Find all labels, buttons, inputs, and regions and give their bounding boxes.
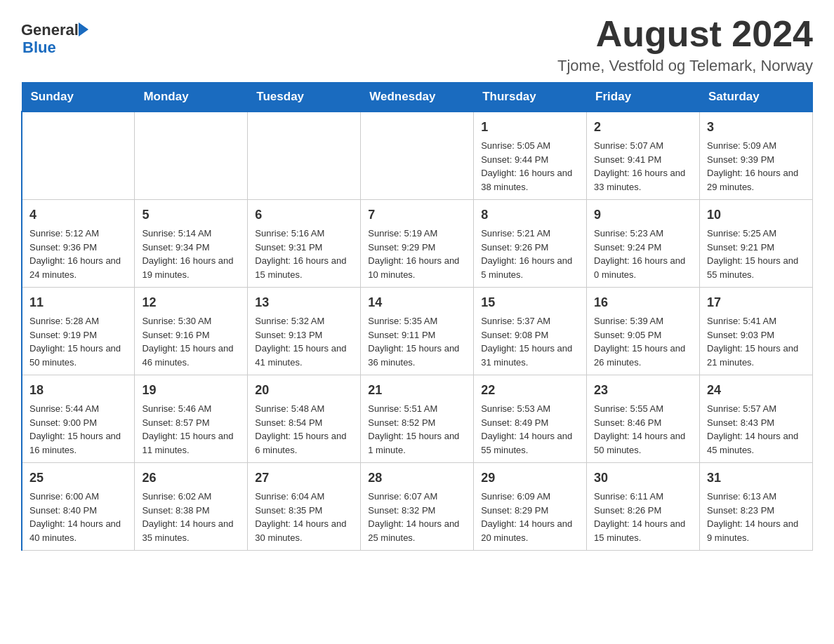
- day-info: Sunrise: 5:41 AMSunset: 9:03 PMDaylight:…: [707, 314, 805, 369]
- day-number: 31: [707, 469, 805, 488]
- calendar-cell: 18Sunrise: 5:44 AMSunset: 9:00 PMDayligh…: [22, 375, 135, 463]
- page-header: General Blue August 2024 Tjome, Vestfold…: [21, 14, 813, 75]
- calendar-cell: 7Sunrise: 5:19 AMSunset: 9:29 PMDaylight…: [361, 200, 474, 288]
- day-number: 10: [707, 206, 805, 224]
- day-info: Sunrise: 5:35 AMSunset: 9:11 PMDaylight:…: [368, 314, 466, 369]
- calendar-cell: 27Sunrise: 6:04 AMSunset: 8:35 PMDayligh…: [248, 463, 361, 551]
- calendar-cell: 28Sunrise: 6:07 AMSunset: 8:32 PMDayligh…: [361, 463, 474, 551]
- day-info: Sunrise: 5:37 AMSunset: 9:08 PMDaylight:…: [481, 314, 579, 369]
- calendar-cell: 25Sunrise: 6:00 AMSunset: 8:40 PMDayligh…: [22, 463, 135, 551]
- calendar-cell: 4Sunrise: 5:12 AMSunset: 9:36 PMDaylight…: [22, 200, 135, 288]
- day-number: 14: [368, 293, 466, 312]
- calendar-cell: 8Sunrise: 5:21 AMSunset: 9:26 PMDaylight…: [474, 200, 587, 288]
- day-info: Sunrise: 6:00 AMSunset: 8:40 PMDaylight:…: [29, 490, 127, 544]
- day-number: 15: [481, 293, 579, 312]
- day-info: Sunrise: 6:04 AMSunset: 8:35 PMDaylight:…: [255, 490, 353, 544]
- title-area: August 2024 Tjome, Vestfold og Telemark,…: [557, 14, 813, 75]
- location-title: Tjome, Vestfold og Telemark, Norway: [557, 57, 813, 75]
- day-number: 19: [142, 381, 240, 400]
- calendar-cell: 11Sunrise: 5:28 AMSunset: 9:19 PMDayligh…: [22, 288, 135, 375]
- day-number: 13: [255, 293, 353, 312]
- week-row-3: 11Sunrise: 5:28 AMSunset: 9:19 PMDayligh…: [22, 288, 813, 375]
- day-number: 2: [594, 118, 692, 137]
- calendar-cell: 17Sunrise: 5:41 AMSunset: 9:03 PMDayligh…: [700, 288, 813, 375]
- day-info: Sunrise: 5:51 AMSunset: 8:52 PMDaylight:…: [368, 402, 466, 457]
- calendar-cell: 15Sunrise: 5:37 AMSunset: 9:08 PMDayligh…: [474, 288, 587, 375]
- calendar-cell: 5Sunrise: 5:14 AMSunset: 9:34 PMDaylight…: [135, 200, 248, 288]
- calendar-cell: 6Sunrise: 5:16 AMSunset: 9:31 PMDaylight…: [248, 200, 361, 288]
- day-number: 11: [29, 293, 127, 312]
- col-monday: Monday: [135, 83, 248, 112]
- calendar-cell: 3Sunrise: 5:09 AMSunset: 9:39 PMDaylight…: [700, 112, 813, 200]
- day-info: Sunrise: 5:25 AMSunset: 9:21 PMDaylight:…: [707, 227, 805, 281]
- calendar-cell: 16Sunrise: 5:39 AMSunset: 9:05 PMDayligh…: [587, 288, 700, 375]
- calendar-cell: 2Sunrise: 5:07 AMSunset: 9:41 PMDaylight…: [587, 112, 700, 200]
- day-number: 1: [481, 118, 579, 137]
- calendar-cell: 24Sunrise: 5:57 AMSunset: 8:43 PMDayligh…: [700, 375, 813, 463]
- day-number: 9: [594, 206, 692, 224]
- calendar-cell: 21Sunrise: 5:51 AMSunset: 8:52 PMDayligh…: [361, 375, 474, 463]
- day-number: 4: [29, 206, 127, 224]
- calendar-cell: 26Sunrise: 6:02 AMSunset: 8:38 PMDayligh…: [135, 463, 248, 551]
- week-row-1: 1Sunrise: 5:05 AMSunset: 9:44 PMDaylight…: [22, 112, 813, 200]
- day-info: Sunrise: 5:39 AMSunset: 9:05 PMDaylight:…: [594, 314, 692, 369]
- calendar-cell: 22Sunrise: 5:53 AMSunset: 8:49 PMDayligh…: [474, 375, 587, 463]
- week-row-4: 18Sunrise: 5:44 AMSunset: 9:00 PMDayligh…: [22, 375, 813, 463]
- calendar-cell: 10Sunrise: 5:25 AMSunset: 9:21 PMDayligh…: [700, 200, 813, 288]
- day-number: 17: [707, 293, 805, 312]
- day-info: Sunrise: 5:07 AMSunset: 9:41 PMDaylight:…: [594, 139, 692, 194]
- calendar-table: Sunday Monday Tuesday Wednesday Thursday…: [21, 82, 813, 551]
- day-info: Sunrise: 5:19 AMSunset: 9:29 PMDaylight:…: [368, 227, 466, 281]
- day-number: 27: [255, 469, 353, 488]
- day-info: Sunrise: 5:55 AMSunset: 8:46 PMDaylight:…: [594, 402, 692, 457]
- col-tuesday: Tuesday: [248, 83, 361, 112]
- day-number: 21: [368, 381, 466, 400]
- day-number: 23: [594, 381, 692, 400]
- logo-general-text: General: [21, 21, 79, 39]
- logo-blue-text: Blue: [22, 39, 88, 56]
- day-number: 3: [707, 118, 805, 137]
- day-info: Sunrise: 5:30 AMSunset: 9:16 PMDaylight:…: [142, 314, 240, 369]
- calendar-cell: [22, 112, 135, 200]
- day-info: Sunrise: 6:02 AMSunset: 8:38 PMDaylight:…: [142, 490, 240, 544]
- day-number: 24: [707, 381, 805, 400]
- calendar-body: 1Sunrise: 5:05 AMSunset: 9:44 PMDaylight…: [22, 112, 813, 551]
- day-info: Sunrise: 5:28 AMSunset: 9:19 PMDaylight:…: [29, 314, 127, 369]
- day-number: 22: [481, 381, 579, 400]
- day-info: Sunrise: 6:09 AMSunset: 8:29 PMDaylight:…: [481, 490, 579, 544]
- col-saturday: Saturday: [700, 83, 813, 112]
- day-number: 5: [142, 206, 240, 224]
- logo-arrow-icon: [79, 22, 88, 36]
- calendar-cell: 12Sunrise: 5:30 AMSunset: 9:16 PMDayligh…: [135, 288, 248, 375]
- day-info: Sunrise: 5:12 AMSunset: 9:36 PMDaylight:…: [29, 227, 127, 281]
- calendar-cell: 14Sunrise: 5:35 AMSunset: 9:11 PMDayligh…: [361, 288, 474, 375]
- day-number: 12: [142, 293, 240, 312]
- week-row-5: 25Sunrise: 6:00 AMSunset: 8:40 PMDayligh…: [22, 463, 813, 551]
- day-number: 7: [368, 206, 466, 224]
- calendar-cell: 9Sunrise: 5:23 AMSunset: 9:24 PMDaylight…: [587, 200, 700, 288]
- day-info: Sunrise: 5:21 AMSunset: 9:26 PMDaylight:…: [481, 227, 579, 281]
- col-sunday: Sunday: [22, 83, 135, 112]
- calendar-cell: [135, 112, 248, 200]
- header-row: Sunday Monday Tuesday Wednesday Thursday…: [22, 83, 813, 112]
- calendar-cell: 29Sunrise: 6:09 AMSunset: 8:29 PMDayligh…: [474, 463, 587, 551]
- day-info: Sunrise: 5:44 AMSunset: 9:00 PMDaylight:…: [29, 402, 127, 457]
- calendar-cell: 19Sunrise: 5:46 AMSunset: 8:57 PMDayligh…: [135, 375, 248, 463]
- calendar-cell: 23Sunrise: 5:55 AMSunset: 8:46 PMDayligh…: [587, 375, 700, 463]
- day-info: Sunrise: 5:14 AMSunset: 9:34 PMDaylight:…: [142, 227, 240, 281]
- col-friday: Friday: [587, 83, 700, 112]
- day-number: 28: [368, 469, 466, 488]
- day-info: Sunrise: 5:23 AMSunset: 9:24 PMDaylight:…: [594, 227, 692, 281]
- day-number: 29: [481, 469, 579, 488]
- calendar-cell: 30Sunrise: 6:11 AMSunset: 8:26 PMDayligh…: [587, 463, 700, 551]
- day-info: Sunrise: 5:32 AMSunset: 9:13 PMDaylight:…: [255, 314, 353, 369]
- calendar-cell: 31Sunrise: 6:13 AMSunset: 8:23 PMDayligh…: [700, 463, 813, 551]
- col-wednesday: Wednesday: [361, 83, 474, 112]
- day-info: Sunrise: 5:05 AMSunset: 9:44 PMDaylight:…: [481, 139, 579, 194]
- day-number: 20: [255, 381, 353, 400]
- calendar-header: Sunday Monday Tuesday Wednesday Thursday…: [22, 83, 813, 112]
- day-info: Sunrise: 5:48 AMSunset: 8:54 PMDaylight:…: [255, 402, 353, 457]
- day-info: Sunrise: 6:11 AMSunset: 8:26 PMDaylight:…: [594, 490, 692, 544]
- day-info: Sunrise: 5:16 AMSunset: 9:31 PMDaylight:…: [255, 227, 353, 281]
- calendar-cell: [248, 112, 361, 200]
